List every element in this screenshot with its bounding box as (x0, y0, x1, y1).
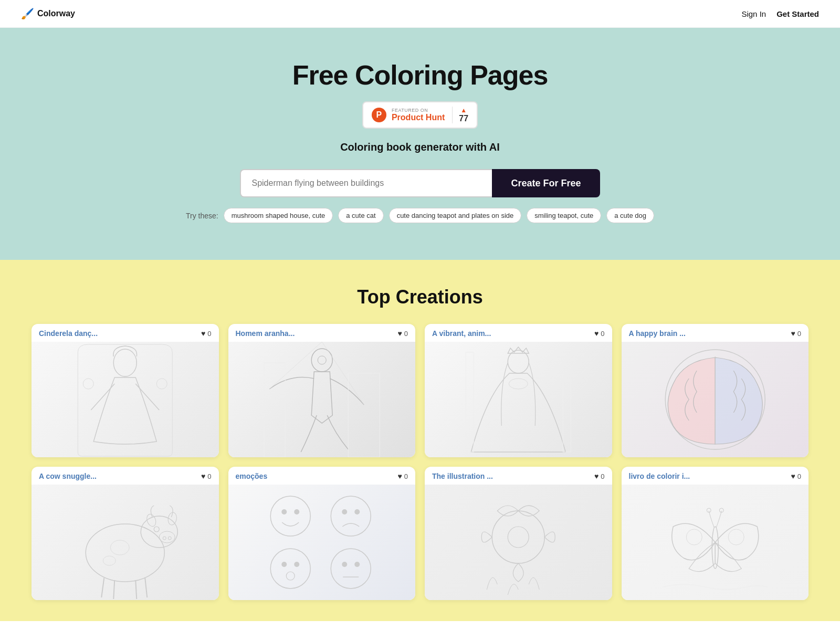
card-title: Cinderela danç... (39, 329, 98, 338)
try-chip-0[interactable]: mushroom shaped house, cute (224, 208, 333, 223)
svg-point-30 (103, 556, 116, 565)
like-count: 0 (207, 330, 211, 338)
card-illustration[interactable]: The illustration ... ♥ 0 (425, 467, 612, 600)
get-started-link[interactable]: Get Started (776, 9, 819, 18)
heart-icon: ♥ (594, 329, 598, 338)
card-likes: ♥ 0 (201, 329, 212, 338)
card-header: livro de colorir i... ♥ 0 (622, 467, 809, 485)
creations-title: Top Creations (32, 286, 808, 308)
svg-rect-9 (348, 373, 380, 457)
heart-icon: ♥ (201, 329, 205, 338)
svg-point-35 (342, 509, 347, 514)
ph-score: ▲ 77 (452, 107, 468, 123)
svg-line-6 (269, 342, 322, 389)
svg-point-46 (508, 527, 529, 548)
svg-point-24 (154, 527, 159, 532)
svg-point-18 (141, 516, 177, 548)
card-vibrant[interactable]: A vibrant, anim... ♥ 0 (425, 324, 612, 457)
ph-name: Product Hunt (392, 113, 445, 122)
search-input[interactable] (240, 169, 492, 197)
card-likes: ♥ 0 (201, 472, 212, 480)
svg-line-26 (113, 580, 114, 599)
svg-point-20 (163, 537, 166, 540)
card-image-cinderella (32, 342, 219, 457)
card-header: A vibrant, anim... ♥ 0 (425, 324, 612, 342)
card-title: emoções (236, 472, 268, 480)
svg-line-25 (101, 578, 104, 597)
like-count: 0 (797, 472, 801, 480)
svg-point-45 (492, 511, 544, 563)
card-image-emocoes (228, 485, 416, 600)
like-count: 0 (797, 330, 801, 338)
svg-point-19 (159, 531, 175, 543)
svg-point-17 (86, 524, 164, 582)
card-brain[interactable]: A happy brain ... ♥ 0 (622, 324, 809, 457)
svg-point-33 (294, 509, 299, 514)
svg-point-51 (728, 529, 744, 545)
hero-section: Free Coloring Pages P FEATURED ON Produc… (0, 28, 840, 260)
card-cinderella[interactable]: Cinderela danç... ♥ 0 (32, 324, 219, 457)
svg-point-10 (318, 356, 326, 364)
svg-point-40 (286, 572, 295, 580)
try-chip-4[interactable]: a cute dog (606, 208, 654, 223)
ph-featured-label: FEATURED ON (392, 108, 428, 113)
card-emocoes[interactable]: emoções ♥ 0 (228, 467, 416, 600)
card-image-cow (32, 485, 219, 600)
card-likes: ♥ 0 (791, 472, 801, 480)
logo[interactable]: 🖌️ Colorway (21, 7, 75, 20)
create-button[interactable]: Create For Free (492, 169, 600, 197)
card-title: The illustration ... (432, 472, 493, 480)
try-chip-1[interactable]: a cute cat (338, 208, 383, 223)
svg-point-36 (354, 509, 360, 514)
card-header: Cinderela danç... ♥ 0 (32, 324, 219, 342)
try-chip-2[interactable]: cute dancing teapot and plates on side (389, 208, 522, 223)
cards-grid: Cinderela danç... ♥ 0 (32, 324, 808, 600)
product-hunt-badge[interactable]: P FEATURED ON Product Hunt ▲ 77 (362, 101, 478, 129)
svg-rect-14 (563, 352, 571, 452)
card-title: Homem aranha... (236, 329, 295, 338)
svg-line-1 (91, 384, 114, 410)
like-count: 0 (601, 330, 604, 338)
like-count: 0 (601, 472, 604, 480)
svg-point-21 (168, 537, 171, 540)
card-image-brain (622, 342, 809, 457)
svg-point-12 (509, 379, 528, 389)
heart-icon: ♥ (594, 472, 598, 480)
svg-line-28 (145, 578, 147, 597)
svg-point-0 (113, 349, 136, 376)
svg-point-32 (281, 509, 287, 514)
svg-line-27 (135, 580, 136, 599)
svg-point-42 (342, 562, 347, 567)
card-livro[interactable]: livro de colorir i... ♥ 0 (622, 467, 809, 600)
search-row: Create For Free (10, 169, 830, 197)
card-likes: ♥ 0 (791, 329, 801, 338)
heart-icon: ♥ (201, 472, 205, 480)
svg-point-4 (156, 379, 167, 389)
try-these-row: Try these: mushroom shaped house, cute a… (10, 208, 830, 223)
card-header: The illustration ... ♥ 0 (425, 467, 612, 485)
card-likes: ♥ 0 (397, 472, 408, 480)
card-title: A happy brain ... (629, 329, 686, 338)
card-image-illustration (425, 485, 612, 600)
nav-links: Sign In Get Started (741, 9, 819, 18)
svg-point-3 (83, 379, 93, 389)
card-spiderman[interactable]: Homem aranha... ♥ 0 (228, 324, 416, 457)
creations-section: Top Creations Cinderela danç... ♥ 0 (0, 260, 840, 621)
svg-point-37 (270, 549, 310, 589)
logo-emoji: 🖌️ (21, 7, 34, 20)
logo-text: Colorway (37, 9, 75, 18)
card-likes: ♥ 0 (397, 329, 408, 338)
ph-text: FEATURED ON Product Hunt (392, 108, 445, 122)
svg-point-34 (331, 496, 371, 536)
hero-title: Free Coloring Pages (10, 59, 830, 91)
card-likes: ♥ 0 (594, 329, 605, 338)
card-image-princess (425, 342, 612, 457)
try-chip-3[interactable]: smiling teapot, cute (527, 208, 601, 223)
svg-point-41 (331, 549, 371, 589)
card-image-spiderman (228, 342, 416, 457)
sign-in-link[interactable]: Sign In (741, 9, 766, 18)
card-header: Homem aranha... ♥ 0 (228, 324, 416, 342)
svg-point-43 (354, 562, 360, 567)
card-cow[interactable]: A cow snuggle... ♥ 0 (32, 467, 219, 600)
heart-icon: ♥ (791, 472, 795, 480)
